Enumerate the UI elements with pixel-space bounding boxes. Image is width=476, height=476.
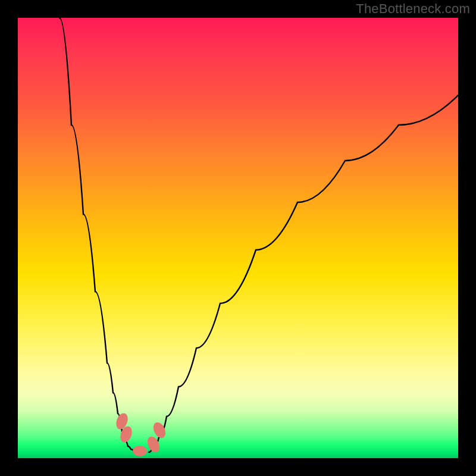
curve-layer: [18, 18, 458, 458]
curve-left-branch: [60, 18, 137, 452]
watermark-text: TheBottleneck.com: [356, 1, 470, 17]
curve-right-branch: [149, 95, 458, 452]
marker-group: [114, 412, 168, 456]
chart-area: [18, 18, 458, 458]
marker-bottom-mid: [133, 446, 147, 456]
